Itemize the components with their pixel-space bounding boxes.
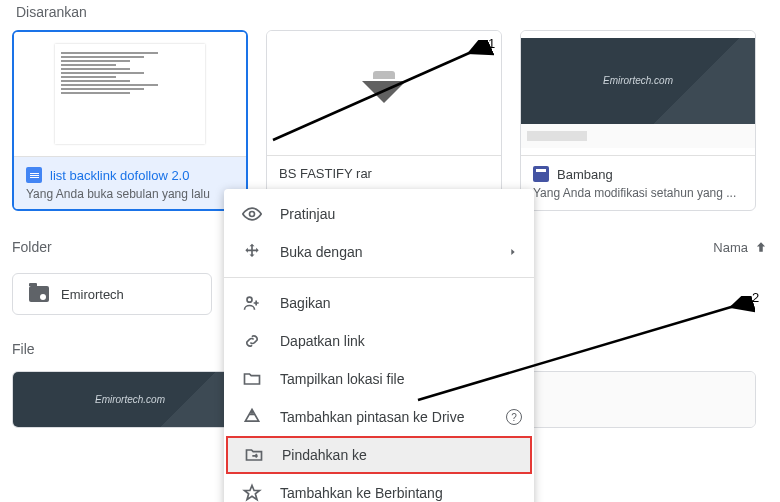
card-title: list backlink dofollow 2.0 <box>50 168 189 183</box>
move-to-icon <box>244 445 264 465</box>
drive-shortcut-icon <box>242 407 262 427</box>
sort-label: Nama <box>713 240 748 255</box>
shared-folder-icon <box>29 286 49 302</box>
menu-label: Tambahkan pintasan ke Drive <box>280 409 464 425</box>
menu-label: Tampilkan lokasi file <box>280 371 405 387</box>
open-with-icon <box>242 242 262 262</box>
doc-preview <box>55 44 206 143</box>
menu-preview[interactable]: Pratinjau <box>224 195 534 233</box>
folder-name: Emirortech <box>61 287 124 302</box>
site-preview: Emirortech.com <box>13 372 247 427</box>
chevron-right-icon <box>508 245 518 259</box>
sort-by-name[interactable]: Nama <box>713 240 768 255</box>
menu-label: Buka dengan <box>280 244 363 260</box>
menu-label: Pindahkan ke <box>282 447 367 463</box>
suggested-card[interactable]: list backlink dofollow 2.0 Yang Anda buk… <box>12 30 248 211</box>
card-subtitle: Yang Anda buka sebulan yang lalu <box>26 187 234 201</box>
file-card[interactable]: Emirortech.com <box>12 371 248 428</box>
eye-icon <box>242 204 262 224</box>
card-subtitle: Yang Anda modifikasi setahun yang ... <box>533 186 743 200</box>
docs-icon <box>26 167 42 183</box>
folder-outline-icon <box>242 369 262 389</box>
suggested-heading: Disarankan <box>16 0 768 20</box>
site-preview: Emirortech.com <box>521 38 755 125</box>
site-thumbnail: Emirortech.com <box>521 31 755 156</box>
link-icon <box>242 331 262 351</box>
card-title: Bambang <box>557 167 613 182</box>
share-icon <box>242 293 262 313</box>
doc-thumbnail <box>14 32 246 157</box>
svg-line-3 <box>418 302 748 400</box>
svg-point-1 <box>247 297 252 302</box>
svg-point-0 <box>250 212 255 217</box>
sites-icon <box>533 166 549 182</box>
help-icon[interactable]: ? <box>506 409 522 425</box>
menu-add-star[interactable]: Tambahkan ke Berbintang <box>224 474 534 502</box>
svg-line-2 <box>273 46 485 140</box>
star-icon <box>242 483 262 502</box>
annotation-label-2: 2 <box>752 290 759 305</box>
menu-move-to[interactable]: Pindahkan ke <box>226 436 532 474</box>
suggested-card[interactable]: Emirortech.com Bambang Yang Anda modifik… <box>520 30 756 211</box>
menu-label: Dapatkan link <box>280 333 365 349</box>
arrow-up-icon <box>754 240 768 254</box>
menu-label: Bagikan <box>280 295 331 311</box>
card-title: BS FASTIFY rar <box>279 166 372 181</box>
annotation-label-1: 1 <box>488 36 495 51</box>
menu-label: Tambahkan ke Berbintang <box>280 485 443 501</box>
annotation-arrow-1 <box>265 40 495 150</box>
annotation-arrow-2 <box>410 296 755 406</box>
menu-open-with[interactable]: Buka dengan <box>224 233 534 271</box>
menu-label: Pratinjau <box>280 206 335 222</box>
folder-item[interactable]: Emirortech <box>12 273 212 315</box>
